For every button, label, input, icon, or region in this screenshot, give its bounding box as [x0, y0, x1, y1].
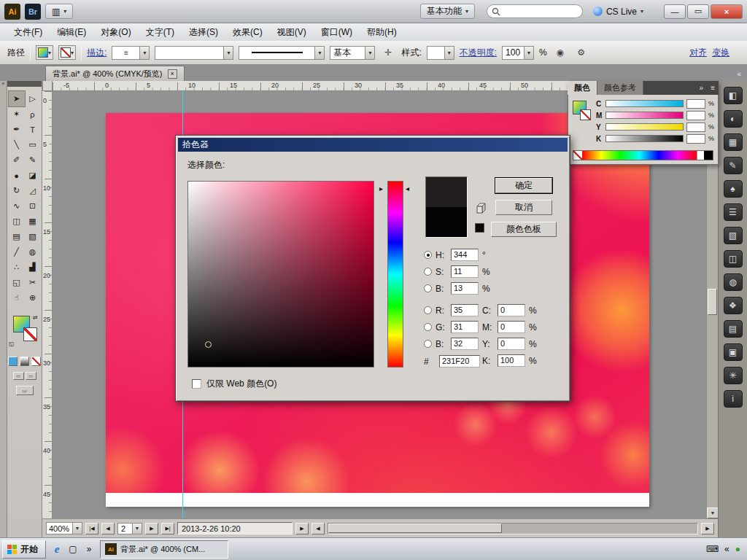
- recolor-artwork-icon[interactable]: ✛: [380, 45, 396, 60]
- hue-slider[interactable]: [387, 181, 403, 368]
- workspace-switcher-button[interactable]: 基本功能 ▾: [420, 4, 475, 19]
- start-button[interactable]: 开始: [2, 540, 46, 559]
- rectangle-tool[interactable]: ▭: [25, 137, 41, 152]
- radio-button[interactable]: [424, 323, 432, 331]
- panel-menu-icon[interactable]: ≡: [707, 81, 719, 95]
- show-desktop-icon[interactable]: ▢: [66, 542, 80, 556]
- zoom-level-dropdown[interactable]: 400% ▼: [46, 522, 82, 534]
- brush-name-dropdown[interactable]: 基本 ▼: [330, 46, 375, 60]
- slice-tool[interactable]: ✂: [25, 275, 41, 290]
- menu-window[interactable]: 窗口(W): [314, 24, 359, 41]
- status-menu-icon[interactable]: ▶: [295, 523, 309, 534]
- ruler-origin-corner[interactable]: [42, 81, 53, 91]
- quick-launch-overflow-icon[interactable]: »: [82, 542, 96, 556]
- vertical-ruler[interactable]: 051015202530354045: [42, 91, 53, 518]
- appearance-panel-icon[interactable]: ◍: [724, 273, 743, 291]
- style-dropdown[interactable]: ▼: [427, 46, 454, 60]
- none-swatch-icon[interactable]: [573, 151, 582, 160]
- spectrum-ramp[interactable]: [582, 151, 697, 160]
- ok-button[interactable]: 确定: [495, 178, 552, 193]
- opacity-link[interactable]: 不透明度:: [460, 47, 497, 59]
- channel-slider[interactable]: [605, 135, 684, 142]
- menu-file[interactable]: 文件(F): [7, 24, 49, 41]
- swap-fill-stroke-icon[interactable]: ⇄: [33, 314, 38, 321]
- hand-tool[interactable]: ☝: [9, 290, 25, 306]
- saturation-brightness-field[interactable]: [187, 181, 374, 368]
- radio-button[interactable]: [424, 251, 432, 259]
- stroke-weight-dropdown[interactable]: ≡ ▼: [112, 46, 150, 60]
- direct-selection-tool[interactable]: ▷: [25, 91, 41, 106]
- radio-button[interactable]: [424, 306, 432, 314]
- menu-select[interactable]: 选择(S): [182, 24, 225, 41]
- shape-builder-tool[interactable]: ◫: [9, 214, 25, 229]
- tab-color[interactable]: 颜色: [568, 81, 597, 95]
- horizontal-scrollbar[interactable]: [328, 523, 698, 534]
- value-input[interactable]: 0: [498, 338, 525, 350]
- web-safe-color-swatch[interactable]: [475, 223, 484, 233]
- expand-panels-icon[interactable]: «: [737, 70, 747, 81]
- search-input[interactable]: [487, 4, 583, 18]
- minimize-button[interactable]: —: [664, 4, 686, 19]
- perspective-grid-tool[interactable]: ▦: [25, 214, 41, 229]
- taskbar-task-button[interactable]: Ai 背景.ai* @ 400% (CM...: [100, 540, 228, 559]
- channel-value-input[interactable]: [686, 99, 705, 109]
- artboards-panel-icon[interactable]: ▣: [724, 343, 743, 361]
- default-fill-stroke-icon[interactable]: ◱: [9, 341, 15, 347]
- info-panel-icon[interactable]: i: [724, 390, 743, 408]
- channel-value-input[interactable]: [686, 111, 705, 120]
- symbols-panel-icon[interactable]: ♠: [724, 180, 743, 198]
- opacity-dropdown[interactable]: 100 ▼: [502, 46, 534, 60]
- bridge-button[interactable]: Br: [25, 4, 41, 20]
- tab-color-guide[interactable]: 颜色参考: [597, 81, 643, 95]
- hue-slider-left-arrow-icon[interactable]: ▸: [379, 185, 383, 192]
- panel-stroke-proxy[interactable]: [580, 109, 591, 120]
- symbol-sprayer-tool[interactable]: ∴: [9, 260, 25, 275]
- line-segment-tool[interactable]: ╲: [9, 137, 25, 152]
- zoom-tool[interactable]: ⊕: [25, 290, 41, 306]
- value-input[interactable]: 13: [451, 282, 479, 295]
- value-input[interactable]: 11: [451, 265, 479, 278]
- web-safe-cube-icon[interactable]: [475, 203, 486, 216]
- value-input[interactable]: 35: [451, 304, 479, 316]
- value-input[interactable]: 0: [498, 321, 525, 333]
- color-spectrum-bar[interactable]: [573, 150, 713, 160]
- value-input[interactable]: 100: [498, 354, 525, 367]
- settings-gear-icon[interactable]: ⚙: [573, 45, 589, 60]
- status-icon[interactable]: ●: [735, 544, 740, 554]
- maximize-button[interactable]: ▭: [687, 4, 709, 19]
- gradient-panel-icon[interactable]: ▧: [724, 227, 743, 244]
- scroll-down-icon[interactable]: ▼: [707, 508, 719, 518]
- graphic-styles-panel-icon[interactable]: ❖: [724, 297, 743, 314]
- close-button[interactable]: ×: [711, 4, 743, 19]
- eyedropper-tool[interactable]: ╱: [9, 244, 25, 260]
- menu-object[interactable]: 对象(O): [94, 24, 137, 41]
- tools-panel-grip[interactable]: [7, 81, 42, 87]
- menu-edit[interactable]: 编辑(E): [50, 24, 93, 41]
- color-panel-icon[interactable]: ◧: [724, 87, 743, 104]
- blob-brush-tool[interactable]: ●: [9, 168, 25, 183]
- radio-button[interactable]: [424, 268, 432, 276]
- value-input[interactable]: 344: [451, 249, 479, 261]
- horizontal-scroll-thumb[interactable]: [328, 524, 502, 533]
- menu-help[interactable]: 帮助(H): [360, 24, 403, 41]
- hue-slider-right-arrow-icon[interactable]: ◂: [406, 185, 409, 192]
- radio-button[interactable]: [424, 284, 432, 292]
- next-artboard-button[interactable]: ▶: [145, 523, 158, 534]
- magic-wand-tool[interactable]: ✶: [9, 106, 25, 122]
- previous-artboard-button[interactable]: ◀: [101, 523, 115, 534]
- channel-slider[interactable]: [605, 100, 684, 107]
- radio-button[interactable]: [424, 340, 432, 348]
- menu-view[interactable]: 视图(V): [271, 24, 313, 41]
- eraser-tool[interactable]: ◪: [25, 168, 41, 183]
- brush-definition-dropdown[interactable]: ▼: [239, 46, 325, 60]
- color-swatches-button[interactable]: 颜色色板: [491, 222, 557, 237]
- scroll-left-icon[interactable]: ◀: [311, 523, 325, 534]
- brushes-panel-icon[interactable]: ✎: [724, 157, 743, 174]
- cancel-button[interactable]: 取消: [495, 200, 552, 215]
- rotate-tool[interactable]: ↻: [9, 183, 25, 198]
- close-document-icon[interactable]: ×: [168, 69, 177, 79]
- blend-tool[interactable]: ◍: [25, 244, 41, 260]
- swatches-panel-icon[interactable]: ▦: [724, 133, 743, 151]
- first-artboard-button[interactable]: |◀: [85, 523, 98, 534]
- dialog-title-bar[interactable]: 拾色器: [178, 138, 568, 152]
